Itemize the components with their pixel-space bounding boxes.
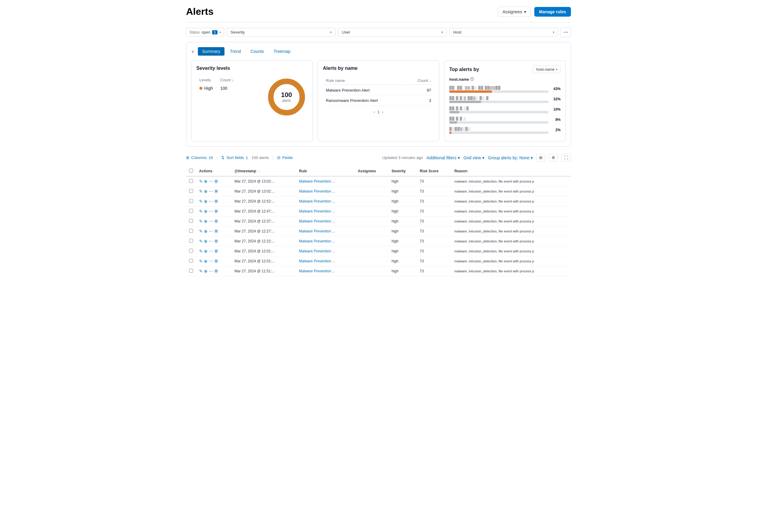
shield-icon[interactable]: ⛨ (214, 259, 219, 264)
edit-icon[interactable]: ✎ (199, 269, 203, 273)
timestamp-col-header[interactable]: @timestamp ↓ (231, 166, 296, 176)
top-alerts-dropdown[interactable]: host.name ▾ (533, 66, 560, 73)
row-checkbox[interactable] (189, 219, 193, 223)
more-filters-button[interactable]: ⋯ (560, 27, 571, 37)
sort-fields-button[interactable]: ⇅ Sort fields 1 (221, 155, 248, 160)
network-icon[interactable]: ⊕ (204, 249, 208, 254)
shield-icon[interactable]: ⛨ (214, 199, 219, 204)
row-checkbox-cell[interactable] (186, 266, 196, 276)
tab-treemap[interactable]: Treemap (269, 47, 295, 56)
additional-filters-button[interactable]: Additional filters ▾ (427, 155, 460, 160)
network-icon[interactable]: ⊕ (204, 269, 208, 273)
row-checkbox[interactable] (189, 179, 193, 183)
group-alerts-button[interactable]: Group alerts by: None ▾ (488, 155, 533, 160)
shield-icon[interactable]: ⛨ (214, 229, 219, 234)
more-icon[interactable]: ⋯ (209, 219, 213, 224)
manage-rules-button[interactable]: Manage rules (534, 7, 571, 16)
sort-down-icon: ↓ (232, 78, 234, 82)
shield-icon[interactable]: ⛨ (214, 209, 219, 214)
rule-cell[interactable]: Malware Prevention ... (296, 216, 355, 226)
row-checkbox-cell[interactable] (186, 216, 196, 226)
shield-icon[interactable]: ⛨ (214, 249, 219, 254)
next-page-button[interactable]: › (382, 110, 383, 114)
edit-icon[interactable]: ✎ (199, 219, 203, 224)
fullscreen-button[interactable]: ⛶ (561, 154, 571, 161)
grid-view-button[interactable]: Grid view ▾ (464, 155, 484, 160)
row-checkbox[interactable] (189, 229, 193, 233)
more-icon[interactable]: ⋯ (209, 249, 213, 254)
more-icon[interactable]: ⋯ (209, 179, 213, 184)
severity-filter[interactable]: Severity ▾ (227, 28, 336, 37)
shield-icon[interactable]: ⛨ (214, 179, 219, 184)
row-checkbox[interactable] (189, 189, 193, 193)
table-settings-button[interactable]: ⊞ (536, 154, 545, 161)
edit-icon[interactable]: ✎ (199, 229, 203, 234)
edit-icon[interactable]: ✎ (199, 209, 203, 214)
more-icon[interactable]: ⋯ (209, 259, 213, 264)
row-checkbox[interactable] (189, 259, 193, 263)
prev-page-button[interactable]: ‹ (374, 110, 375, 114)
current-page[interactable]: 1 (377, 110, 379, 114)
network-icon[interactable]: ⊕ (204, 209, 208, 214)
edit-icon[interactable]: ✎ (199, 189, 203, 194)
row-checkbox-cell[interactable] (186, 237, 196, 246)
rule-cell[interactable]: Malware Prevention ... (296, 256, 355, 266)
select-all-checkbox[interactable] (189, 169, 193, 173)
tab-trend[interactable]: Trend (226, 47, 245, 56)
network-icon[interactable]: ⊕ (204, 229, 208, 234)
alerts-name-card-title: Alerts by name (323, 66, 434, 71)
actions-cell: ✎ ⊕ ⋯ ⛨ (196, 246, 231, 256)
network-icon[interactable]: ⊕ (204, 199, 208, 204)
more-icon[interactable]: ⋯ (209, 209, 213, 214)
rule-cell[interactable]: Malware Prevention ... (296, 246, 355, 256)
tab-counts[interactable]: Counts (246, 47, 268, 56)
row-checkbox-cell[interactable] (186, 186, 196, 196)
tab-summary[interactable]: Summary (198, 47, 225, 56)
rule-cell[interactable]: Malware Prevention ... (296, 237, 355, 246)
more-icon[interactable]: ⋯ (209, 189, 213, 194)
columns-button[interactable]: ⊞ Columns 16 (186, 155, 213, 160)
row-checkbox[interactable] (189, 199, 193, 203)
more-icon[interactable]: ⋯ (209, 269, 213, 273)
host-filter[interactable]: Host ▾ (449, 28, 558, 37)
row-checkbox[interactable] (189, 239, 193, 243)
network-icon[interactable]: ⊕ (204, 179, 208, 184)
filter-settings-button[interactable]: ⚙ (549, 154, 558, 161)
row-checkbox-cell[interactable] (186, 176, 196, 186)
edit-icon[interactable]: ✎ (199, 179, 203, 184)
user-filter[interactable]: User ▾ (338, 28, 447, 37)
more-icon[interactable]: ⋯ (209, 229, 213, 234)
row-checkbox-cell[interactable] (186, 246, 196, 256)
edit-icon[interactable]: ✎ (199, 249, 203, 254)
row-checkbox[interactable] (189, 209, 193, 213)
rule-cell[interactable]: Malware Prevention ... (296, 186, 355, 196)
status-filter[interactable]: Status open 1 ▾ (186, 28, 224, 37)
network-icon[interactable]: ⊕ (204, 239, 208, 244)
row-checkbox[interactable] (189, 249, 193, 253)
network-icon[interactable]: ⊕ (204, 259, 208, 264)
network-icon[interactable]: ⊕ (204, 219, 208, 224)
rule-cell[interactable]: Malware Prevention ... (296, 266, 355, 276)
row-checkbox-cell[interactable] (186, 196, 196, 207)
edit-icon[interactable]: ✎ (199, 199, 203, 204)
collapse-button[interactable]: ∨ (191, 49, 194, 54)
shield-icon[interactable]: ⛨ (214, 189, 219, 194)
edit-icon[interactable]: ✎ (199, 259, 203, 264)
rule-cell[interactable]: Malware Prevention ... (296, 207, 355, 216)
row-checkbox-cell[interactable] (186, 207, 196, 216)
more-icon[interactable]: ⋯ (209, 199, 213, 204)
rule-cell[interactable]: Malware Prevention ... (296, 196, 355, 207)
network-icon[interactable]: ⊕ (204, 189, 208, 194)
row-checkbox[interactable] (189, 269, 193, 273)
fields-button[interactable]: ⊟ Fields (277, 155, 293, 160)
shield-icon[interactable]: ⛨ (214, 219, 219, 224)
row-checkbox-cell[interactable] (186, 226, 196, 237)
rule-cell[interactable]: Malware Prevention ... (296, 226, 355, 237)
more-icon[interactable]: ⋯ (209, 239, 213, 244)
rule-cell[interactable]: Malware Prevention ... (296, 176, 355, 186)
assignees-button[interactable]: Assignees ▾ (498, 7, 531, 17)
shield-icon[interactable]: ⛨ (214, 269, 219, 273)
shield-icon[interactable]: ⛨ (214, 239, 219, 244)
edit-icon[interactable]: ✎ (199, 239, 203, 244)
row-checkbox-cell[interactable] (186, 256, 196, 266)
